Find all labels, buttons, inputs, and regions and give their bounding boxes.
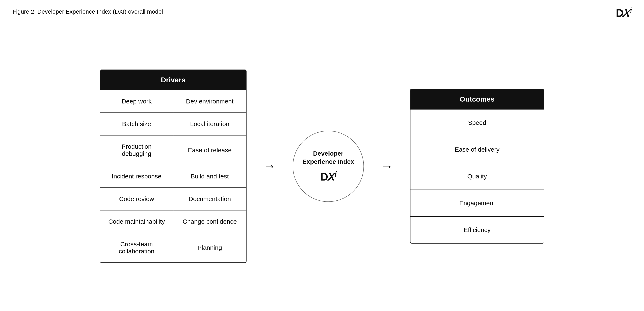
arrow-to-circle: → [263, 159, 276, 173]
table-row: Deep workDev environment [100, 90, 246, 112]
outcome-item: Efficiency [410, 216, 544, 243]
driver-left-cell: Incident response [100, 165, 173, 187]
drivers-table: Drivers Deep workDev environmentBatch si… [100, 69, 246, 263]
driver-right-cell: Documentation [173, 188, 246, 210]
outcome-item: Quality [410, 163, 544, 190]
driver-left-cell: Deep work [100, 90, 173, 112]
table-row: Cross-team collaborationPlanning [100, 233, 246, 262]
driver-right-cell: Local iteration [173, 113, 246, 135]
dxi-circle: DeveloperExperience Index DXi [293, 131, 364, 202]
outcomes-table: Outcomes SpeedEase of deliveryQualityEng… [410, 89, 544, 244]
drivers-header: Drivers [100, 70, 246, 90]
driver-left-cell: Cross-team collaboration [100, 233, 173, 262]
outcomes-header: Outcomes [410, 89, 544, 109]
outcome-item: Speed [410, 109, 544, 136]
driver-right-cell: Ease of release [173, 135, 246, 165]
driver-right-cell: Change confidence [173, 211, 246, 233]
dxi-circle-logo: DXi [320, 170, 336, 183]
outcomes-body: SpeedEase of deliveryQualityEngagementEf… [410, 109, 544, 243]
outcome-item: Engagement [410, 190, 544, 216]
table-row: Production debuggingEase of release [100, 135, 246, 165]
driver-left-cell: Production debugging [100, 135, 173, 165]
diagram-area: Drivers Deep workDev environmentBatch si… [12, 30, 632, 303]
figure-title: Figure 2: Developer Experience Index (DX… [12, 8, 632, 15]
driver-right-cell: Build and test [173, 165, 246, 187]
outcome-item: Ease of delivery [410, 136, 544, 163]
table-row: Code maintainabilityChange confidence [100, 210, 246, 233]
arrow-from-circle: → [381, 159, 393, 173]
table-row: Batch sizeLocal iteration [100, 112, 246, 135]
dxi-logo-header: DXi [616, 6, 632, 19]
table-row: Code reviewDocumentation [100, 187, 246, 210]
driver-left-cell: Batch size [100, 113, 173, 135]
driver-right-cell: Dev environment [173, 90, 246, 112]
dxi-circle-title: DeveloperExperience Index [302, 149, 354, 166]
drivers-body: Deep workDev environmentBatch sizeLocal … [100, 90, 246, 262]
table-row: Incident responseBuild and test [100, 165, 246, 187]
driver-left-cell: Code maintainability [100, 211, 173, 233]
driver-right-cell: Planning [173, 233, 246, 262]
driver-left-cell: Code review [100, 188, 173, 210]
